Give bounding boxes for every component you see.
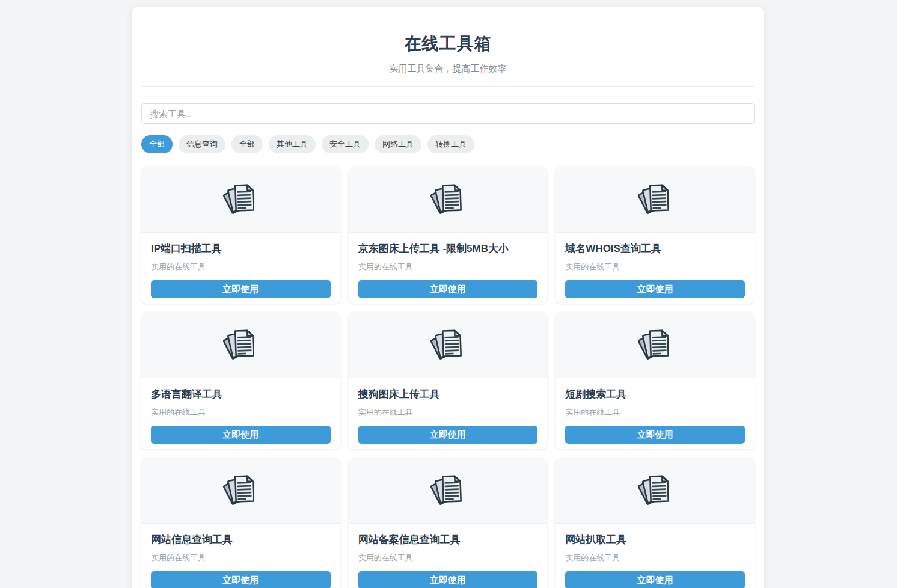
- header-divider: [141, 86, 755, 87]
- filter-pill[interactable]: 全部: [141, 135, 173, 153]
- tool-card: IP端口扫描工具 实用的在线工具 立即使用: [141, 167, 340, 304]
- tool-card-body: 搜狗图床上传工具 实用的在线工具 立即使用: [349, 378, 548, 449]
- tool-title: 搜狗图床上传工具: [358, 387, 538, 401]
- page-title: 在线工具箱: [141, 32, 755, 55]
- use-tool-button[interactable]: 立即使用: [151, 280, 331, 298]
- tool-card: 网站扒取工具 实用的在线工具 立即使用: [556, 458, 755, 588]
- use-tool-button[interactable]: 立即使用: [358, 280, 538, 298]
- filter-pill[interactable]: 转换工具: [427, 135, 474, 153]
- use-tool-button[interactable]: 立即使用: [565, 426, 745, 444]
- tool-title: 网站信息查询工具: [151, 533, 331, 547]
- tool-title: IP端口扫描工具: [151, 242, 331, 256]
- tool-description: 实用的在线工具: [151, 407, 331, 418]
- tool-title: 网站扒取工具: [565, 533, 745, 547]
- filter-pill[interactable]: 网络工具: [375, 135, 421, 153]
- filter-pill-bar: 全部信息查询全部其他工具安全工具网络工具转换工具: [141, 135, 755, 153]
- tool-icon-area: [349, 458, 548, 524]
- tool-title: 短剧搜索工具: [565, 387, 745, 401]
- tool-card-body: IP端口扫描工具 实用的在线工具 立即使用: [141, 233, 340, 304]
- documents-icon: [221, 181, 260, 218]
- use-tool-button[interactable]: 立即使用: [151, 426, 331, 444]
- tool-card: 多语言翻译工具 实用的在线工具 立即使用: [141, 312, 340, 449]
- tool-card-body: 网站备案信息查询工具 实用的在线工具 立即使用: [349, 524, 548, 588]
- documents-icon: [429, 472, 467, 509]
- documents-icon: [636, 181, 675, 218]
- tool-card-body: 域名WHOIS查询工具 实用的在线工具 立即使用: [556, 233, 755, 304]
- tool-card: 搜狗图床上传工具 实用的在线工具 立即使用: [349, 312, 548, 449]
- tool-icon-area: [141, 458, 340, 524]
- documents-icon: [221, 326, 260, 364]
- tool-card: 域名WHOIS查询工具 实用的在线工具 立即使用: [556, 167, 755, 304]
- tool-icon-area: [349, 312, 548, 378]
- tool-icon-area: [556, 458, 755, 524]
- tool-icon-area: [141, 167, 340, 233]
- tool-title: 网站备案信息查询工具: [358, 533, 538, 547]
- tool-card-body: 京东图床上传工具 -限制5MB大小 实用的在线工具 立即使用: [349, 233, 548, 304]
- tool-description: 实用的在线工具: [358, 553, 538, 563]
- tool-description: 实用的在线工具: [358, 407, 538, 418]
- page-header: 在线工具箱 实用工具集合，提高工作效率: [141, 32, 755, 87]
- tool-icon-area: [141, 312, 340, 378]
- use-tool-button[interactable]: 立即使用: [358, 571, 538, 588]
- documents-icon: [221, 472, 260, 509]
- tool-description: 实用的在线工具: [565, 262, 745, 272]
- tool-card: 网站信息查询工具 实用的在线工具 立即使用: [141, 458, 340, 588]
- tool-card-body: 多语言翻译工具 实用的在线工具 立即使用: [141, 378, 340, 449]
- tool-title: 域名WHOIS查询工具: [565, 242, 745, 256]
- tool-card-body: 网站信息查询工具 实用的在线工具 立即使用: [141, 524, 340, 588]
- use-tool-button[interactable]: 立即使用: [565, 280, 745, 298]
- search-input[interactable]: [141, 103, 755, 124]
- use-tool-button[interactable]: 立即使用: [358, 426, 538, 444]
- documents-icon: [636, 326, 675, 364]
- tool-card: 网站备案信息查询工具 实用的在线工具 立即使用: [349, 458, 548, 588]
- documents-icon: [429, 181, 467, 218]
- tool-card-grid: IP端口扫描工具 实用的在线工具 立即使用: [141, 167, 755, 588]
- tool-card: 京东图床上传工具 -限制5MB大小 实用的在线工具 立即使用: [349, 167, 548, 304]
- filter-pill[interactable]: 信息查询: [179, 135, 225, 153]
- tool-card: 短剧搜索工具 实用的在线工具 立即使用: [556, 312, 755, 449]
- filter-pill[interactable]: 其他工具: [269, 135, 316, 153]
- filter-pill[interactable]: 安全工具: [322, 135, 369, 153]
- tool-title: 京东图床上传工具 -限制5MB大小: [358, 242, 538, 256]
- documents-icon: [636, 472, 675, 509]
- tool-icon-area: [556, 167, 755, 233]
- documents-icon: [429, 326, 467, 364]
- tool-description: 实用的在线工具: [358, 262, 538, 272]
- use-tool-button[interactable]: 立即使用: [565, 571, 745, 588]
- use-tool-button[interactable]: 立即使用: [151, 571, 331, 588]
- page-subtitle: 实用工具集合，提高工作效率: [141, 63, 755, 75]
- toolbox-panel: 在线工具箱 实用工具集合，提高工作效率 全部信息查询全部其他工具安全工具网络工具…: [132, 7, 764, 588]
- tool-description: 实用的在线工具: [151, 553, 331, 563]
- tool-card-body: 网站扒取工具 实用的在线工具 立即使用: [556, 524, 755, 588]
- filter-pill[interactable]: 全部: [231, 135, 263, 153]
- tool-icon-area: [349, 167, 548, 233]
- tool-card-body: 短剧搜索工具 实用的在线工具 立即使用: [556, 378, 755, 449]
- tool-title: 多语言翻译工具: [151, 387, 331, 401]
- tool-icon-area: [556, 312, 755, 378]
- tool-description: 实用的在线工具: [151, 262, 331, 272]
- tool-description: 实用的在线工具: [565, 553, 745, 563]
- tool-description: 实用的在线工具: [565, 407, 745, 418]
